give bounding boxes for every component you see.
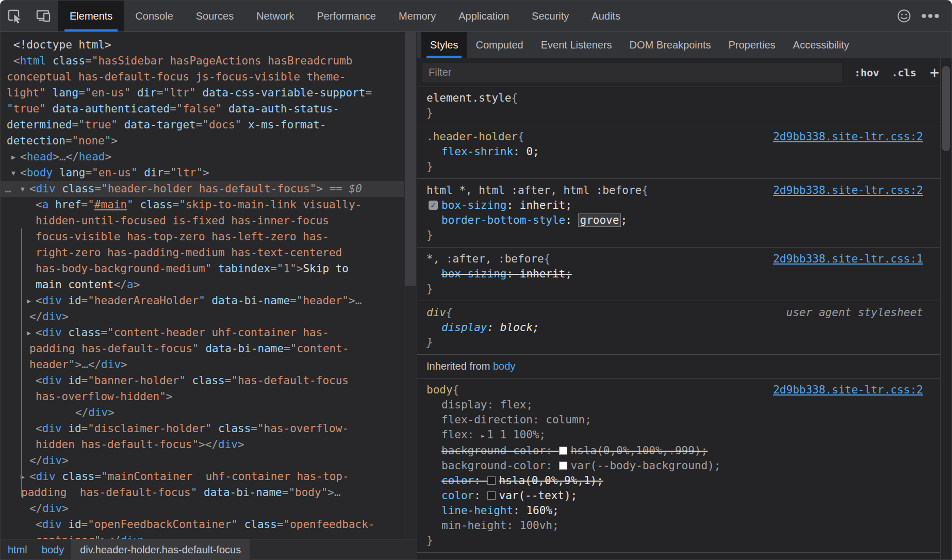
stylesheet-source-link[interactable]: 2d9bb338.site-ltr.css:2: [763, 383, 923, 398]
css-selector[interactable]: html *, html :after, html :before: [426, 183, 642, 198]
styles-scrollbar-thumb[interactable]: [942, 66, 950, 151]
css-selector[interactable]: .header-holder: [426, 129, 518, 144]
stylesheet-source-link[interactable]: 2d9bb338.site-ltr.css:2: [763, 129, 923, 144]
sidebar-tab-event-listeners[interactable]: Event Listeners: [532, 32, 621, 58]
more-options-icon[interactable]: •••: [917, 11, 944, 21]
dom-tree-line[interactable]: </div>: [1, 405, 404, 421]
css-selector[interactable]: *, :after, :before: [426, 252, 544, 267]
sidebar-tab-dom-breakpoints[interactable]: DOM Breakpoints: [621, 32, 720, 58]
dom-tree-line[interactable]: <!doctype html>: [1, 37, 404, 53]
css-property[interactable]: display: flex;: [426, 398, 923, 413]
expand-shorthand-icon[interactable]: ▸: [481, 432, 485, 440]
css-property[interactable]: display: block;: [426, 320, 923, 335]
color-swatch[interactable]: [487, 476, 496, 485]
dom-tree-scrollbar-thumb[interactable]: [405, 32, 416, 286]
dom-tree-line[interactable]: main content</a>: [1, 277, 404, 293]
dom-tree-line[interactable]: <a href="#main" class="skip-to-main-link…: [1, 197, 404, 213]
css-property[interactable]: ✓box-sizing: inherit;: [426, 198, 923, 213]
element-classes-button[interactable]: .cls: [892, 67, 916, 79]
tab-elements[interactable]: Elements: [58, 1, 124, 31]
dom-tree-line[interactable]: <html class="hasSidebar hasPageActions h…: [1, 53, 404, 69]
stylesheet-source-link[interactable]: 2d9bb338.site-ltr.css:1: [763, 252, 923, 267]
sidebar-tab-styles[interactable]: Styles: [421, 32, 467, 58]
stylesheet-source-link[interactable]: 2d9bb338.site-ltr.css:2: [763, 557, 923, 560]
toggle-element-state-button[interactable]: :hov: [855, 67, 879, 79]
styles-scrollbar[interactable]: [940, 58, 951, 560]
tab-security[interactable]: Security: [520, 1, 580, 31]
tab-audits[interactable]: Audits: [580, 1, 632, 31]
tab-application[interactable]: Application: [447, 1, 520, 31]
color-swatch[interactable]: [487, 491, 496, 500]
dom-tree-line[interactable]: header">…</div>: [1, 357, 404, 373]
css-selector[interactable]: body: [426, 383, 453, 398]
dom-tree-line[interactable]: </div>: [1, 453, 404, 469]
dom-tree-line[interactable]: <div id="openFeedbackContainer" class="o…: [1, 517, 404, 533]
dom-tree-line[interactable]: padding has-default-focus" data-bi-name=…: [1, 485, 404, 501]
css-selector[interactable]: element.style: [426, 91, 511, 106]
dom-tree-scrollbar[interactable]: [404, 32, 417, 539]
inspect-element-icon[interactable]: [1, 1, 29, 31]
sidebar-tab-computed[interactable]: Computed: [467, 32, 532, 58]
css-property[interactable]: box-sizing: inherit;: [426, 267, 923, 282]
css-property[interactable]: background-color: hsla(0,0%,100%,.999);: [426, 443, 923, 458]
tab-network[interactable]: Network: [245, 1, 305, 31]
css-property[interactable]: line-height: 160%;: [426, 503, 923, 518]
selected-dom-node[interactable]: …▼<div class="header-holder has-default-…: [1, 181, 404, 197]
tab-performance[interactable]: Performance: [306, 1, 388, 31]
css-property[interactable]: flex-shrink: 0;: [426, 144, 923, 159]
dom-tree-line[interactable]: "true" data-authenticated="false" data-a…: [1, 101, 404, 117]
sidebar-tab-accessibility[interactable]: Accessibility: [784, 32, 858, 58]
dom-tree-line[interactable]: hidden-until-focused is-fixed has-inner-…: [1, 213, 404, 229]
color-swatch[interactable]: [559, 462, 567, 470]
tab-console[interactable]: Console: [124, 1, 184, 31]
styles-filter-input[interactable]: [422, 63, 842, 83]
css-property[interactable]: color: hsla(0,0%,9%,1);: [426, 473, 923, 488]
dom-tree-line[interactable]: ▶<head>…</head>: [1, 149, 404, 165]
dom-tree-line[interactable]: </div>: [1, 309, 404, 325]
feedback-smiley-icon[interactable]: [891, 8, 917, 24]
breadcrumb-item-html[interactable]: html: [1, 539, 35, 560]
dom-tree-line[interactable]: detection="none">: [1, 133, 404, 149]
expand-arrow-open-icon[interactable]: ▼: [21, 181, 25, 197]
dom-tree-line[interactable]: light" lang="en-us" dir="ltr" data-css-v…: [1, 85, 404, 101]
dom-tree-line[interactable]: conceptual has-default-focus js-focus-vi…: [1, 69, 404, 85]
tab-memory[interactable]: Memory: [387, 1, 447, 31]
dom-tree-line[interactable]: focus-visible has-top-zero has-left-zero…: [1, 229, 404, 245]
css-selector[interactable]: div: [426, 305, 446, 320]
expand-arrow-closed-icon[interactable]: ▶: [11, 149, 15, 165]
dom-tree-line[interactable]: padding has-default-focus" data-bi-name=…: [1, 341, 404, 357]
expand-arrow-closed-icon[interactable]: ▶: [27, 325, 31, 341]
dom-tree-line[interactable]: right-zero has-padding-medium has-text-c…: [1, 245, 404, 261]
css-property[interactable]: min-height: 100vh;: [426, 518, 923, 533]
css-property[interactable]: flex-direction: column;: [426, 413, 923, 427]
dom-tree-line[interactable]: ▶<div id="headerAreaHolder" data-bi-name…: [1, 293, 404, 309]
stylesheet-source-link[interactable]: 2d9bb338.site-ltr.css:2: [763, 183, 923, 198]
dom-tree-line[interactable]: hidden has-default-focus"></div>: [1, 437, 404, 453]
dom-tree-line[interactable]: </div>: [1, 501, 404, 517]
css-property[interactable]: border-bottom-style: groove;: [426, 213, 923, 228]
dom-tree-line[interactable]: <div id="banner-holder" class="has-defau…: [1, 373, 404, 389]
dom-tree-line[interactable]: has-overflow-hidden">: [1, 389, 404, 405]
dom-tree-line[interactable]: ▶<div class="mainContainer uhf-container…: [1, 469, 404, 485]
dom-tree-line[interactable]: <div id="disclaimer-holder" class="has-o…: [1, 421, 404, 437]
inherited-node-link[interactable]: body: [493, 360, 515, 372]
tab-sources[interactable]: Sources: [185, 1, 245, 31]
css-property[interactable]: color: var(--text);: [426, 488, 923, 503]
dom-tree-line[interactable]: determined="true" data-target="docs" x-m…: [1, 117, 404, 133]
css-property[interactable]: flex: ▸1 1 100%;: [426, 427, 923, 443]
device-toolbar-icon[interactable]: [29, 1, 58, 31]
dom-tree-line[interactable]: has-body-background-medium" tabindex="1"…: [1, 261, 404, 277]
dom-tree-line[interactable]: ▶<div class="content-header uhf-containe…: [1, 325, 404, 341]
expand-arrow-open-icon[interactable]: ▼: [11, 165, 15, 181]
property-enabled-checkbox[interactable]: ✓: [429, 201, 438, 210]
sidebar-tab-properties[interactable]: Properties: [719, 32, 784, 58]
css-selector[interactable]: body, html: [426, 557, 491, 560]
attribute-value-link[interactable]: #main: [94, 199, 127, 211]
css-selector-line: .header-holder {2d9bb338.site-ltr.css:2: [426, 129, 923, 144]
dom-tree-line[interactable]: ▼<body lang="en-us" dir="ltr">: [1, 165, 404, 181]
expand-arrow-closed-icon[interactable]: ▶: [27, 293, 31, 309]
color-swatch[interactable]: [559, 447, 567, 455]
breadcrumb-item-body[interactable]: body: [35, 539, 71, 560]
css-property[interactable]: background-color: var(--body-background)…: [426, 458, 923, 473]
breadcrumb-item-div[interactable]: div.header-holder.has-default-focus: [71, 539, 250, 560]
